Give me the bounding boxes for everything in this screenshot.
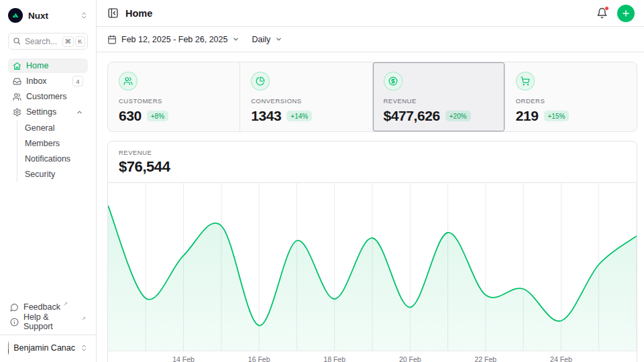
help-support-link[interactable]: Help & Support ↗ [8,314,88,329]
avatar [8,341,9,355]
stat-value: 219 [516,108,539,124]
plus-icon [621,9,631,18]
stat-card-customers[interactable]: CUSTOMERS 630 +8% [108,62,240,131]
notification-dot [604,6,609,11]
chart-x-axis: 14 Feb16 Feb18 Feb20 Feb22 Feb24 Feb [108,351,637,362]
stats-row: CUSTOMERS 630 +8% CONVERSIONS 1343 +14% … [107,62,637,132]
workspace-switcher[interactable]: Nuxt [8,7,88,24]
date-range-value: Feb 12, 2025 - Feb 26, 2025 [121,35,227,44]
chart-metric-label: REVENUE [119,149,626,156]
page-title: Home [125,8,596,19]
search: ⌘ K [8,33,88,50]
sidebar-item-label: General [25,123,83,133]
collapse-sidebar-button[interactable] [107,7,119,19]
sidebar-item-general[interactable]: General [17,121,88,135]
workspace-name: Nuxt [28,11,74,21]
sidebar: Nuxt ⌘ K Home Inbox 4 Customers Settings [0,0,97,362]
stat-delta-badge: +14% [286,111,312,121]
users-icon [13,93,21,101]
kbd-k: K [75,36,85,47]
stat-delta-badge: +15% [544,111,570,121]
feedback-label: Feedback [23,302,60,312]
date-range-picker[interactable]: Feb 12, 2025 - Feb 26, 2025 [107,35,239,44]
sidebar-item-inbox[interactable]: Inbox 4 [8,74,88,88]
x-tick-label: 14 Feb [172,355,195,362]
inbox-count-badge: 4 [72,76,83,86]
chart-metric-value: $76,544 [119,158,626,176]
gear-icon [13,108,21,117]
x-tick-label: 22 Feb [474,355,496,362]
help-support-label: Help & Support [23,312,78,331]
sidebar-item-settings[interactable]: Settings [8,105,88,119]
dollar-circle-icon [388,76,398,86]
stat-label: REVENUE [384,97,494,105]
sidebar-item-label: Settings [26,107,71,117]
inbox-icon [13,77,21,86]
x-tick-label: 16 Feb [248,355,270,362]
info-circle-icon [10,318,19,326]
chevrons-up-down-icon [80,11,88,19]
sidebar-item-label: Customers [26,92,83,101]
filters-toolbar: Feb 12, 2025 - Feb 26, 2025 Daily [97,27,644,52]
cart-icon [521,76,530,86]
stat-value: 1343 [251,108,281,124]
content: CUSTOMERS 630 +8% CONVERSIONS 1343 +14% … [97,52,644,362]
pie-chart-icon [256,76,265,86]
stat-label: CONVERSIONS [251,97,361,105]
chevron-up-icon [76,109,83,116]
user-name: Benjamin Canac [13,343,75,353]
revenue-chart-card: REVENUE $76,544 14 Feb16 Feb18 Feb20 Feb… [107,141,637,362]
granularity-select[interactable]: Daily [252,35,282,44]
stat-delta-badge: +8% [147,111,168,121]
sidebar-spacer [8,183,88,300]
granularity-value: Daily [252,35,270,44]
chevron-down-icon [232,36,239,43]
nuxt-logo-icon [8,8,23,23]
sidebar-item-security[interactable]: Security [17,167,88,182]
main-panel: Home Feb 12, 2025 - Feb 26, 2025 Daily C… [97,0,644,362]
chevron-down-icon [275,36,282,43]
sidebar-item-notifications[interactable]: Notifications [17,152,88,166]
settings-submenu: General Members Notifications Security [17,121,88,182]
revenue-area-chart[interactable] [108,183,637,351]
x-tick-label: 20 Feb [399,355,421,362]
x-tick-label: 24 Feb [550,355,572,362]
kbd-cmd: ⌘ [62,36,74,47]
sidebar-item-home[interactable]: Home [8,58,88,73]
chart-header: REVENUE $76,544 [108,141,637,183]
stat-card-revenue[interactable]: REVENUE $477,626 +20% [373,62,505,131]
sidebar-nav: Home Inbox 4 Customers Settings General … [8,58,88,183]
external-link-icon: ↗ [81,316,86,322]
x-tick-label: 18 Feb [323,355,345,362]
user-menu[interactable]: Benjamin Canac [0,335,96,362]
sidebar-item-label: Inbox [26,76,68,86]
stat-label: CUSTOMERS [119,97,229,105]
speech-bubble-icon [10,303,19,312]
stat-value: $477,626 [384,108,440,124]
sidebar-item-label: Notifications [25,154,83,164]
sidebar-item-label: Security [25,170,83,179]
stat-card-orders[interactable]: ORDERS 219 +15% [505,62,637,131]
search-shortcut: ⌘ K [62,36,86,47]
search-icon [13,37,21,45]
main-header: Home [97,0,644,27]
notifications-button[interactable] [596,7,608,19]
external-link-icon: ↗ [63,301,68,307]
home-icon [13,62,21,70]
calendar-icon [107,35,117,44]
stat-card-conversions[interactable]: CONVERSIONS 1343 +14% [240,62,372,131]
sidebar-item-customers[interactable]: Customers [8,89,88,104]
stat-value: 630 [119,108,142,124]
stat-delta-badge: +20% [445,111,471,121]
new-item-button[interactable] [617,5,635,22]
panel-left-close-icon [107,7,119,19]
sidebar-item-members[interactable]: Members [17,136,88,151]
sidebar-item-label: Home [26,61,83,70]
sidebar-item-label: Members [25,139,83,148]
users-icon [123,76,133,86]
stat-label: ORDERS [516,97,626,105]
chevrons-up-down-icon [80,344,88,352]
